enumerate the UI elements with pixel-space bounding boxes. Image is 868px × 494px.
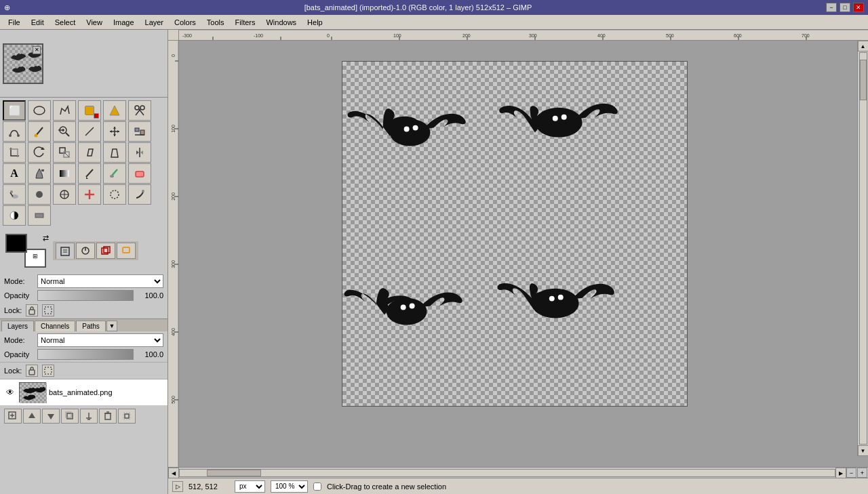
paths-tool[interactable] xyxy=(3,121,26,142)
dodge-burn-tool[interactable] xyxy=(3,205,26,226)
thumbnail-close-button[interactable]: ✕ xyxy=(33,46,41,54)
paintbrush-tool[interactable] xyxy=(103,163,126,184)
foreground-color-box[interactable] xyxy=(5,234,27,253)
vscrollbar[interactable]: ▲ ▼ xyxy=(857,41,868,456)
status-checkbox[interactable] xyxy=(313,482,321,491)
clone-tool[interactable] xyxy=(53,184,76,205)
menu-colors[interactable]: Colors xyxy=(169,17,201,28)
eraser-tool[interactable] xyxy=(128,163,151,184)
opacity-slider[interactable] xyxy=(37,290,134,301)
unit-select[interactable]: px mm inch xyxy=(235,480,265,493)
shear-tool[interactable] xyxy=(78,142,101,163)
gimp-images-icon[interactable] xyxy=(96,243,115,259)
raise-layer-button[interactable] xyxy=(23,409,41,424)
lock-position-icon[interactable] xyxy=(42,304,54,316)
duplicate-layer-button[interactable] xyxy=(61,409,79,424)
menu-tools[interactable]: Tools xyxy=(201,17,230,28)
layer-opacity-slider[interactable] xyxy=(37,349,134,360)
vscroll-thumb[interactable] xyxy=(860,60,867,100)
tool-icon-tabs xyxy=(53,241,138,260)
layer-lock-pixels-icon[interactable] xyxy=(42,365,54,377)
mode-select[interactable]: Normal xyxy=(37,274,163,288)
menu-filters[interactable]: Filters xyxy=(230,17,261,28)
zoom-in-corner-button[interactable]: + xyxy=(857,468,867,478)
layer-lock-alpha-icon[interactable] xyxy=(26,365,38,377)
hscroll-right-button[interactable]: ▶ xyxy=(835,468,846,478)
layer-actions xyxy=(0,406,167,426)
layer-lock-row: Lock: xyxy=(0,363,167,379)
blend-tool[interactable] xyxy=(53,163,76,184)
color-select-tool[interactable] xyxy=(103,100,126,121)
menu-view[interactable]: View xyxy=(81,17,108,28)
minimize-button[interactable]: − xyxy=(826,3,837,12)
rectangle-select-tool[interactable]: ⬜ xyxy=(3,100,26,121)
layer-to-image-size-button[interactable] xyxy=(118,409,136,424)
maximize-button[interactable]: □ xyxy=(840,3,850,12)
menu-edit[interactable]: Edit xyxy=(26,17,50,28)
move-tool[interactable] xyxy=(103,121,126,142)
menu-select[interactable]: Select xyxy=(50,17,81,28)
perspective-tool[interactable] xyxy=(103,142,126,163)
delete-layer-button[interactable] xyxy=(99,409,117,424)
smudge-tool[interactable] xyxy=(128,184,151,205)
zoom-select[interactable]: 100 % 50 % 200 % xyxy=(271,480,308,493)
scissors-select-tool[interactable] xyxy=(128,100,151,121)
scale-tool[interactable] xyxy=(53,142,76,163)
tab-channels[interactable]: Channels xyxy=(35,321,75,331)
tab-layers[interactable]: Layers xyxy=(1,321,34,331)
anchor-layer-button[interactable] xyxy=(80,409,98,424)
rotate-tool[interactable] xyxy=(28,142,51,163)
layer-visibility-toggle[interactable]: 👁 xyxy=(4,386,16,398)
reset-colors-icon[interactable]: ⊞ xyxy=(33,253,38,260)
svg-marker-43 xyxy=(86,177,88,179)
heal-tool[interactable] xyxy=(78,184,101,205)
measure-tool[interactable] xyxy=(78,121,101,142)
svg-point-5 xyxy=(34,106,45,115)
gimp-pointer-icon[interactable] xyxy=(117,243,136,259)
align-tool[interactable] xyxy=(128,121,151,142)
free-select-tool[interactable] xyxy=(53,100,76,121)
desaturate-tool[interactable] xyxy=(28,205,51,226)
gimp-device-status-icon[interactable] xyxy=(76,243,95,259)
svg-text:500: 500 xyxy=(666,33,674,38)
text-tool[interactable]: A xyxy=(3,163,26,184)
swap-colors-icon[interactable]: ⇄ xyxy=(43,234,49,243)
ink-tool[interactable] xyxy=(28,184,51,205)
hscroll-thumb[interactable] xyxy=(207,470,261,476)
new-layer-button[interactable] xyxy=(4,409,22,424)
zoom-out-corner-button[interactable]: − xyxy=(846,468,856,478)
vscroll-down-button[interactable]: ▼ xyxy=(858,445,869,456)
svg-point-126 xyxy=(404,127,410,132)
layer-mode-select[interactable]: Normal xyxy=(37,333,163,347)
svg-line-15 xyxy=(66,133,69,136)
tab-paths[interactable]: Paths xyxy=(76,321,106,331)
close-button[interactable]: ✕ xyxy=(853,3,864,12)
lower-layer-button[interactable] xyxy=(42,409,60,424)
airbrush-tool[interactable] xyxy=(3,184,26,205)
menu-image[interactable]: Image xyxy=(108,17,140,28)
menu-help[interactable]: Help xyxy=(302,17,328,28)
menu-file[interactable]: File xyxy=(3,17,26,28)
panel-expand-button[interactable]: ▼ xyxy=(106,321,117,331)
svg-rect-66 xyxy=(123,247,130,253)
lock-pixels-icon[interactable] xyxy=(26,304,38,316)
statusbar-menu-button[interactable]: ▷ xyxy=(172,481,183,492)
hscroll-left-button[interactable]: ◀ xyxy=(168,468,179,478)
vscroll-up-button[interactable]: ▲ xyxy=(858,41,869,52)
canvas-viewport[interactable]: ▲ ▼ xyxy=(179,41,868,467)
gimp-toolopts-icon[interactable] xyxy=(56,243,75,259)
crop-tool[interactable] xyxy=(3,142,26,163)
menu-windows[interactable]: Windows xyxy=(260,17,302,28)
zoom-tool[interactable] xyxy=(53,121,76,142)
svg-text:100: 100 xyxy=(171,125,176,133)
color-picker-tool[interactable] xyxy=(28,121,51,142)
ellipse-select-tool[interactable] xyxy=(28,100,51,121)
menu-layer[interactable]: Layer xyxy=(140,17,170,28)
svg-marker-24 xyxy=(113,134,116,136)
layer-mode-label: Mode: xyxy=(4,336,35,344)
fuzzy-select-tool[interactable] xyxy=(78,100,101,121)
convolve-tool[interactable] xyxy=(103,184,126,205)
pencil-tool[interactable] xyxy=(78,163,101,184)
bucket-fill-tool[interactable] xyxy=(28,163,51,184)
flip-tool[interactable] xyxy=(128,142,151,163)
